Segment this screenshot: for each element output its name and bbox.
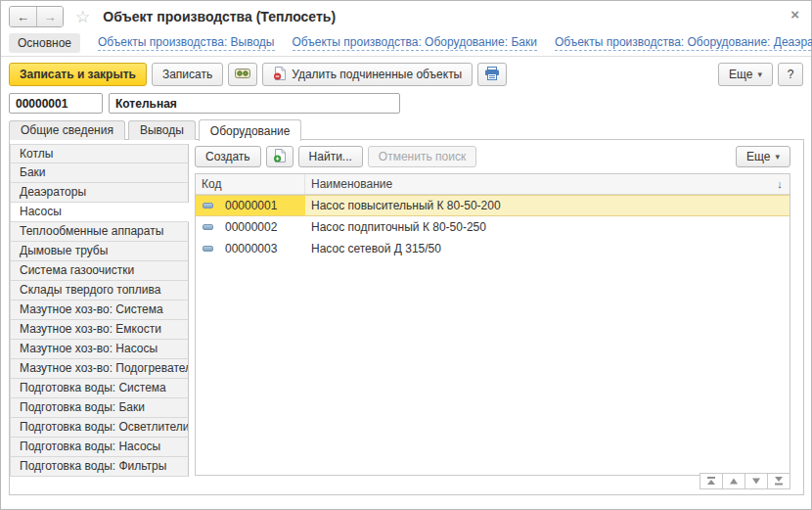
sidebar-item-mazut-podogrevateli[interactable]: Мазутное хоз-во: Подогреватели <box>10 359 189 379</box>
delete-subordinate-objects-label: Удалить подчиненные объекты <box>292 68 462 81</box>
chevron-down-icon: ▾ <box>757 70 762 79</box>
form-window: ← → ☆ Объект производства (Теплосеть) × … <box>0 0 812 510</box>
sort-descending-icon[interactable]: ↓ <box>770 178 789 190</box>
page-tabs: Общие сведения Выводы Оборудование <box>9 118 304 140</box>
row-code-text: 00000002 <box>225 220 277 234</box>
table-row[interactable]: 00000001 Насос повысительный К 80-50-200 <box>196 195 789 216</box>
tab-outputs[interactable]: Выводы <box>128 120 196 140</box>
tab-equipment[interactable]: Оборудование <box>199 119 302 141</box>
table-header: Код Наименование ↓ <box>196 174 789 195</box>
subordination-structure-button[interactable] <box>228 63 257 86</box>
create-button[interactable]: Создать <box>195 146 261 167</box>
cell-code[interactable]: 00000001 <box>196 196 305 215</box>
linkbar-main[interactable]: Основное <box>9 33 80 53</box>
sidebar-item-baki[interactable]: Баки <box>10 163 189 183</box>
scroll-down-button[interactable] <box>744 473 768 489</box>
form-header: ← → ☆ Объект производства (Теплосеть) <box>9 6 336 27</box>
sidebar-item-mazut-emkosti[interactable]: Мазутное хоз-во: Емкости <box>10 320 189 340</box>
create-by-copy-icon <box>273 149 287 165</box>
back-arrow-icon: ← <box>17 10 29 24</box>
table-row[interactable]: 00000002 Насос подпиточный К 80-50-250 <box>196 216 789 238</box>
form-more-label: Еще <box>729 68 752 81</box>
row-name-text: Насос сетевой Д 315/50 <box>311 242 441 255</box>
close-icon[interactable]: × <box>790 7 799 22</box>
create-label: Создать <box>205 150 250 163</box>
linkbar-link-vyvody[interactable]: Объекты производства: Выводы <box>98 35 275 51</box>
save-and-close-button[interactable]: Записать и закрыть <box>9 63 147 86</box>
cancel-search-label: Отменить поиск <box>379 150 466 163</box>
sidebar-item-voda-sistema[interactable]: Подготовка воды: Система <box>10 379 189 398</box>
code-field[interactable] <box>9 93 103 114</box>
equipment-pane: Котлы Баки Деаэраторы Насосы Теплообменн… <box>9 139 804 495</box>
sidebar-item-dymovye-truby[interactable]: Дымовые трубы <box>10 242 189 261</box>
scroll-up-icon <box>729 477 739 486</box>
sidebar-item-mazut-nasosy[interactable]: Мазутное хоз-во: Насосы <box>10 340 189 359</box>
sidebar-item-nasosy[interactable]: Насосы <box>10 203 189 222</box>
column-header-name[interactable]: Наименование <box>305 174 770 194</box>
row-code-text: 00000001 <box>225 199 277 212</box>
scroll-to-top-icon <box>706 477 716 486</box>
cell-code[interactable]: 00000003 <box>196 239 305 258</box>
form-more-button[interactable]: Еще ▾ <box>718 63 773 86</box>
catalog-item-icon <box>203 203 213 209</box>
cell-name[interactable]: Насос сетевой Д 315/50 <box>305 239 789 258</box>
chevron-down-icon: ▾ <box>775 152 780 162</box>
sidebar-item-voda-filtry[interactable]: Подготовка воды: Фильтры <box>10 457 189 477</box>
create-by-copy-button[interactable] <box>266 146 293 167</box>
table-row[interactable]: 00000003 Насос сетевой Д 315/50 <box>196 238 789 259</box>
subordination-structure-icon <box>235 68 250 82</box>
save-button[interactable]: Записать <box>152 63 223 86</box>
sidebar-item-kotly[interactable]: Котлы <box>10 144 189 163</box>
delete-subordinate-objects-button[interactable]: Удалить подчиненные объекты <box>262 63 473 86</box>
linkbar-link-deaeratory[interactable]: Объекты производства: Оборудование: Деаэ… <box>555 35 812 51</box>
help-icon: ? <box>788 68 794 81</box>
cell-code[interactable]: 00000002 <box>196 217 305 237</box>
find-button[interactable]: Найти... <box>298 146 363 167</box>
sidebar-item-mazut-sistema[interactable]: Мазутное хоз-во: Система <box>10 301 189 320</box>
print-icon <box>484 67 500 83</box>
help-button[interactable]: ? <box>778 63 803 86</box>
save-and-close-label: Записать и закрыть <box>20 68 136 81</box>
cancel-search-button[interactable]: Отменить поиск <box>368 146 476 167</box>
sidebar-item-voda-nasosy[interactable]: Подготовка воды: Насосы <box>10 438 189 457</box>
sidebar-item-deaeratory[interactable]: Деаэраторы <box>10 183 189 203</box>
list-more-label: Еще <box>746 150 770 163</box>
sidebar-item-voda-osvetliteli[interactable]: Подготовка воды: Осветлители <box>10 418 189 438</box>
scroll-to-top-button[interactable] <box>699 473 723 489</box>
equipment-category-sidebar: Котлы Баки Деаэраторы Насосы Теплообменн… <box>10 140 189 494</box>
scroll-up-button[interactable] <box>722 473 745 489</box>
delete-icon <box>273 67 287 83</box>
header-divider <box>1 56 811 57</box>
command-bar-right: Еще ▾ ? <box>718 63 803 86</box>
sidebar-item-voda-baki[interactable]: Подготовка воды: Баки <box>10 398 189 418</box>
sidebar-item-gazoochistka[interactable]: Система газоочистки <box>10 261 189 281</box>
name-field[interactable] <box>109 93 400 114</box>
sidebar-item-sklady-topliva[interactable]: Склады твердого топлива <box>10 281 189 301</box>
favorite-star-icon[interactable]: ☆ <box>75 9 90 25</box>
list-more-button[interactable]: Еще ▾ <box>736 146 790 167</box>
cell-name[interactable]: Насос повысительный К 80-50-200 <box>305 196 789 215</box>
tab-general-info[interactable]: Общие сведения <box>9 120 125 140</box>
linkbar-link-baki[interactable]: Объекты производства: Оборудование: Баки <box>293 35 537 51</box>
scroll-to-bottom-button[interactable] <box>767 473 790 489</box>
row-name-text: Насос повысительный К 80-50-200 <box>311 199 501 212</box>
history-nav-group: ← → <box>9 6 64 27</box>
forward-button[interactable]: → <box>36 7 63 26</box>
save-label: Записать <box>162 68 212 81</box>
sidebar-item-teploobmennye[interactable]: Теплообменные аппараты <box>10 222 189 242</box>
header-fields <box>9 93 400 114</box>
back-button[interactable]: ← <box>10 7 36 26</box>
navigation-linkbar: Основное Объекты производства: Выводы Об… <box>9 32 812 53</box>
catalog-item-icon <box>203 246 213 252</box>
row-code-text: 00000003 <box>225 242 277 255</box>
command-bar: Записать и закрыть Записать <box>9 63 507 86</box>
scroll-down-icon <box>751 477 761 486</box>
cell-name[interactable]: Насос подпиточный К 80-50-250 <box>305 217 789 237</box>
print-button[interactable] <box>477 63 507 86</box>
page-title: Объект производства (Теплосеть) <box>103 9 336 24</box>
column-header-code[interactable]: Код <box>196 174 305 194</box>
forward-arrow-icon: → <box>44 10 57 24</box>
find-label: Найти... <box>309 150 352 163</box>
list-toolbar: Создать Найти... <box>195 146 790 167</box>
scroll-to-bottom-icon <box>774 477 784 486</box>
